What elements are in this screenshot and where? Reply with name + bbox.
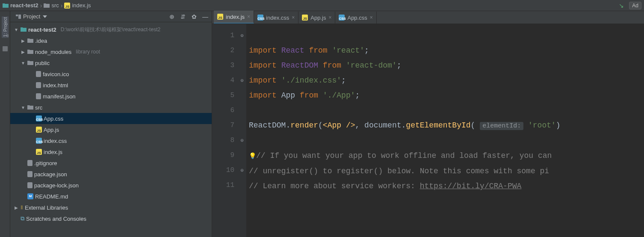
tree-item[interactable]: ▶node_moduleslibrary root (10, 46, 212, 57)
external-libraries[interactable]: ▶ ⫴ External Libraries (10, 202, 212, 213)
tree-item-label: .gitignore (34, 160, 57, 166)
tree-item[interactable]: MREADME.md (10, 191, 212, 202)
tree-item-label: package.json (34, 171, 67, 178)
tree-root[interactable]: ▼ react-test2 D:\work\前端技术\前端框架\react\re… (10, 24, 212, 35)
expand-toggle[interactable]: ▶ (14, 205, 19, 210)
tree-item-label: public (35, 60, 50, 66)
tree-item-label: index.html (43, 82, 68, 89)
close-icon[interactable]: × (247, 14, 250, 20)
tree-item[interactable]: package.json (10, 169, 212, 180)
tool-window-project[interactable]: 1: Project (2, 16, 9, 38)
tree-item[interactable]: CSSApp.css (10, 113, 212, 124)
build-icon[interactable]: ↘ (619, 2, 624, 9)
expand-toggle[interactable]: ▼ (14, 27, 19, 32)
folder-icon (3, 3, 9, 8)
tree-item-label: .idea (35, 38, 47, 44)
editor-tab[interactable]: JSindex.js× (214, 11, 254, 24)
breadcrumb-item-root[interactable]: react-test2 (3, 2, 38, 9)
breadcrumb-label: index.js (72, 2, 91, 9)
close-icon[interactable]: × (370, 15, 373, 21)
tab-label: App.js (310, 15, 326, 21)
tree-item[interactable]: ▶.idea (10, 35, 212, 46)
close-icon[interactable]: × (292, 15, 295, 21)
fold-marker[interactable]: ⊖ (238, 163, 246, 178)
editor-tab[interactable]: JSApp.js× (298, 12, 335, 24)
editor-tab[interactable]: CSSApp.css× (335, 12, 376, 24)
tree-item-label: README.md (35, 193, 68, 200)
js-file-icon: JS (36, 127, 42, 133)
fold-marker (238, 88, 246, 103)
tree-item[interactable]: JSApp.js (10, 124, 212, 135)
hide-panel-icon[interactable]: — (201, 13, 209, 20)
tree-item[interactable]: package-lock.json (10, 180, 212, 191)
file-icon (36, 71, 41, 77)
file-icon (27, 182, 32, 188)
expand-toggle[interactable]: ▶ (21, 39, 26, 43)
line-number: 5 (212, 88, 234, 103)
fold-gutter[interactable]: ⊖⊖⊖⊖ (238, 24, 246, 237)
tree-item-label: index.js (44, 149, 62, 155)
tree-item[interactable]: ▼public (10, 57, 212, 68)
add-config-button[interactable]: Ad (629, 2, 641, 9)
fold-marker (238, 103, 246, 118)
bulb-icon[interactable]: 💡 (249, 153, 256, 160)
tree-item[interactable]: .gitignore (10, 157, 212, 169)
tree-item-label: package-lock.json (34, 182, 79, 189)
library-icon: ⫴ (21, 204, 23, 211)
js-file-icon: JS (64, 3, 70, 9)
locate-icon[interactable]: ⊕ (168, 13, 176, 20)
breadcrumb-item-src[interactable]: src (44, 2, 59, 9)
project-panel-title: Project (23, 13, 40, 20)
css-file-icon: CSS (36, 116, 42, 121)
expand-toggle[interactable]: ▶ (21, 50, 26, 54)
line-number: 6 (212, 103, 234, 118)
svg-rect-1 (16, 15, 18, 16)
js-file-icon: JS (302, 15, 308, 21)
code-content[interactable]: import React from 'react'; import ReactD… (246, 24, 644, 237)
tree-item-label: src (35, 104, 42, 111)
svg-rect-2 (18, 15, 21, 19)
md-file-icon: M (27, 193, 33, 199)
line-number: 8 (212, 133, 234, 148)
fold-marker (238, 178, 246, 193)
fold-marker[interactable]: ⊖ (238, 73, 246, 88)
tree-item[interactable]: JSindex.js (10, 146, 212, 157)
project-icon (15, 14, 21, 19)
breadcrumb: react-test2 › src › JS index.js ↘ Ad (0, 0, 644, 11)
chevron-down-icon (43, 15, 47, 18)
file-icon (27, 160, 32, 166)
folder-icon (27, 60, 33, 65)
project-view-selector[interactable]: Project (15, 13, 47, 20)
collapse-all-icon[interactable]: ⇵ (179, 13, 187, 20)
project-panel: Project ⊕ ⇵ ✿ — ▼ react-test2 D:\work\前端… (10, 11, 212, 237)
tree-root-path: D:\work\前端技术\前端框架\react\react-test2 (61, 26, 160, 33)
close-icon[interactable]: × (328, 15, 331, 21)
tool-window-structure-icon[interactable] (3, 46, 8, 51)
tree-item[interactable]: ▼src (10, 102, 212, 113)
project-tree[interactable]: ▼ react-test2 D:\work\前端技术\前端框架\react\re… (10, 22, 212, 237)
gear-icon[interactable]: ✿ (190, 13, 198, 20)
line-number: 1 (212, 28, 234, 43)
line-number: 10 (212, 163, 234, 178)
breadcrumb-item-file[interactable]: JS index.js (64, 2, 91, 9)
editor-body[interactable]: 1234567891011 ⊖⊖⊖⊖ import React from 're… (212, 24, 644, 237)
tree-item-label: index.css (44, 138, 67, 144)
editor-area: JSindex.js×CSSindex.css×JSApp.js×CSSApp.… (212, 11, 644, 237)
tree-item-label: App.css (44, 116, 63, 122)
line-number: 3 (212, 58, 234, 73)
fold-marker[interactable]: ⊖ (238, 133, 246, 148)
expand-toggle[interactable]: ▼ (21, 61, 26, 65)
tree-item[interactable]: favicon.ico (10, 68, 212, 80)
fold-marker[interactable]: ⊖ (238, 28, 246, 43)
file-icon (36, 93, 41, 99)
tree-item-label: Scratches and Consoles (26, 216, 86, 222)
breadcrumb-label: src (51, 2, 59, 9)
tree-item[interactable]: manifest.json (10, 91, 212, 102)
js-file-icon: JS (217, 14, 223, 20)
tree-item[interactable]: CSSindex.css (10, 135, 212, 146)
scratches-and-consoles[interactable]: ⧉ Scratches and Consoles (10, 213, 212, 224)
tree-item[interactable]: index.html (10, 80, 212, 91)
editor-tab[interactable]: CSSindex.css× (254, 12, 298, 24)
expand-toggle[interactable]: ▼ (21, 105, 26, 110)
line-number: 7 (212, 118, 234, 133)
